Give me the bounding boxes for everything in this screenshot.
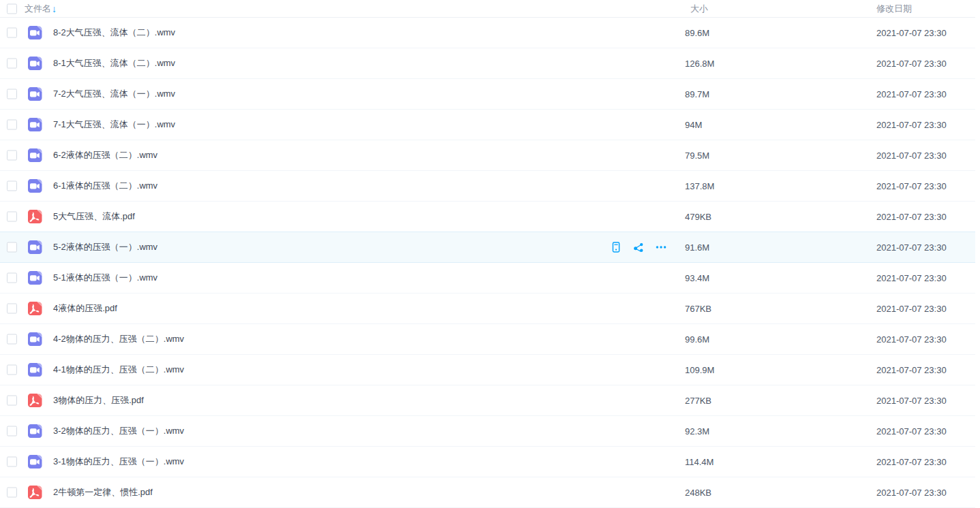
file-row[interactable]: 3物体的压力、压强.pdf 277KB 2021-07-07 23:30 [0, 385, 975, 416]
video-file-icon [27, 55, 43, 72]
row-checkbox[interactable] [7, 181, 17, 191]
file-size: 94M [685, 120, 702, 130]
file-row[interactable]: 8-1大气压强、流体（二）.wmv 126.8M 2021-07-07 23:3… [0, 48, 975, 79]
file-date: 2021-07-07 23:30 [876, 120, 947, 130]
column-header-size: 大小 [690, 3, 708, 15]
file-date: 2021-07-07 23:30 [876, 334, 947, 345]
file-date: 2021-07-07 23:30 [876, 365, 947, 375]
file-name-link[interactable]: 4-2物体的压力、压强（二）.wmv [53, 333, 184, 345]
column-header-filename[interactable]: 文件名 [25, 3, 51, 15]
file-date: 2021-07-07 23:30 [876, 181, 947, 191]
file-row[interactable]: 3-1物体的压力、压强（一）.wmv 114.4M 2021-07-07 23:… [0, 447, 975, 477]
row-checkbox[interactable] [7, 304, 17, 314]
video-file-icon [27, 423, 43, 439]
video-file-icon [27, 331, 43, 347]
row-checkbox[interactable] [7, 212, 17, 222]
file-name-link[interactable]: 4液体的压强.pdf [53, 302, 117, 315]
row-checkbox[interactable] [7, 365, 17, 375]
file-name-link[interactable]: 6-1液体的压强（二）.wmv [53, 180, 157, 192]
file-size: 277KB [685, 396, 711, 406]
video-file-icon [27, 147, 43, 163]
video-file-icon [27, 86, 43, 102]
file-name-link[interactable]: 3-1物体的压力、压强（一）.wmv [53, 456, 184, 468]
pdf-file-icon [27, 300, 43, 317]
file-name-link[interactable]: 2牛顿第一定律、惯性.pdf [53, 486, 153, 498]
video-file-icon [27, 116, 43, 133]
file-date: 2021-07-07 23:30 [876, 242, 947, 253]
file-name-link[interactable]: 5-2液体的压强（一）.wmv [53, 241, 157, 253]
file-size: 99.6M [685, 334, 709, 345]
file-date: 2021-07-07 23:30 [876, 426, 947, 436]
file-name-link[interactable]: 4-1物体的压力、压强（二）.wmv [53, 364, 184, 376]
row-checkbox[interactable] [7, 59, 17, 69]
file-row[interactable]: 7-1大气压强、流体（一）.wmv 94M 2021-07-07 23:30 [0, 110, 975, 140]
row-checkbox[interactable] [7, 488, 17, 498]
row-checkbox[interactable] [7, 120, 17, 130]
file-size: 109.9M [685, 365, 714, 375]
file-row[interactable]: 6-1液体的压强（二）.wmv 137.8M 2021-07-07 23:30 [0, 171, 975, 202]
file-size: 93.4M [685, 273, 709, 283]
file-name-link[interactable]: 5-1液体的压强（一）.wmv [53, 272, 157, 284]
file-date: 2021-07-07 23:30 [876, 28, 947, 38]
file-date: 2021-07-07 23:30 [876, 89, 947, 99]
file-name-link[interactable]: 8-1大气压强、流体（二）.wmv [53, 57, 175, 69]
file-size: 89.7M [685, 89, 709, 99]
file-size: 79.5M [685, 150, 709, 161]
file-size: 91.6M [685, 242, 709, 253]
file-date: 2021-07-07 23:30 [876, 488, 947, 498]
row-checkbox[interactable] [7, 89, 17, 99]
file-name-link[interactable]: 7-2大气压强、流体（一）.wmv [53, 88, 175, 100]
pdf-file-icon [27, 484, 43, 501]
file-name-link[interactable]: 3物体的压力、压强.pdf [53, 394, 144, 407]
file-row[interactable]: 5-1液体的压强（一）.wmv 93.4M 2021-07-07 23:30 [0, 263, 975, 293]
row-checkbox[interactable] [7, 242, 17, 253]
file-name-link[interactable]: 5大气压强、流体.pdf [53, 210, 135, 223]
file-row[interactable]: 5-2液体的压强（一）.wmv [0, 232, 975, 263]
file-row[interactable]: 4液体的压强.pdf 767KB 2021-07-07 23:30 [0, 293, 975, 324]
file-name-link[interactable]: 7-1大气压强、流体（一）.wmv [53, 118, 175, 131]
file-size: 479KB [685, 212, 711, 222]
file-row[interactable]: 4-2物体的压力、压强（二）.wmv 99.6M 2021-07-07 23:3… [0, 324, 975, 355]
file-date: 2021-07-07 23:30 [876, 212, 947, 222]
file-row[interactable]: 5大气压强、流体.pdf 479KB 2021-07-07 23:30 [0, 202, 975, 232]
save-to-device-icon[interactable] [611, 242, 622, 253]
video-file-icon [27, 270, 43, 286]
select-all-checkbox[interactable] [7, 3, 17, 14]
file-size: 89.6M [685, 28, 709, 38]
file-date: 2021-07-07 23:30 [876, 457, 947, 467]
row-checkbox[interactable] [7, 273, 17, 283]
row-checkbox[interactable] [7, 426, 17, 436]
row-checkbox[interactable] [7, 334, 17, 345]
file-row[interactable]: 2牛顿第一定律、惯性.pdf 248KB 2021-07-07 23:30 [0, 477, 975, 508]
row-checkbox[interactable] [7, 457, 17, 467]
file-row[interactable]: 4-1物体的压力、压强（二）.wmv 109.9M 2021-07-07 23:… [0, 355, 975, 385]
file-row[interactable]: 7-2大气压强、流体（一）.wmv 89.7M 2021-07-07 23:30 [0, 79, 975, 110]
video-file-icon [27, 454, 43, 470]
sort-descending-icon[interactable]: ↓ [52, 3, 57, 13]
file-date: 2021-07-07 23:30 [876, 273, 947, 283]
share-icon[interactable] [633, 242, 644, 253]
file-list: 文件名 ↓ 大小 修改日期 8-2大气压强、流体（二）.wmv 89.6M 20… [0, 0, 975, 508]
file-size: 248KB [685, 488, 711, 498]
list-header: 文件名 ↓ 大小 修改日期 [0, 0, 975, 18]
row-hover-actions [611, 242, 667, 253]
file-name-link[interactable]: 6-2液体的压强（二）.wmv [53, 149, 157, 161]
file-row[interactable]: 6-2液体的压强（二）.wmv 79.5M 2021-07-07 23:30 [0, 140, 975, 171]
column-header-date: 修改日期 [876, 3, 912, 15]
video-file-icon [27, 239, 43, 255]
row-checkbox[interactable] [7, 28, 17, 38]
file-row[interactable]: 3-2物体的压力、压强（一）.wmv 92.3M 2021-07-07 23:3… [0, 416, 975, 447]
file-row[interactable]: 8-2大气压强、流体（二）.wmv 89.6M 2021-07-07 23:30 [0, 18, 975, 48]
file-name-link[interactable]: 3-2物体的压力、压强（一）.wmv [53, 425, 184, 437]
more-actions-icon[interactable] [656, 242, 667, 253]
file-rows: 8-2大气压强、流体（二）.wmv 89.6M 2021-07-07 23:30… [0, 18, 975, 508]
pdf-file-icon [27, 208, 43, 225]
video-file-icon [27, 362, 43, 378]
file-date: 2021-07-07 23:30 [876, 304, 947, 314]
file-date: 2021-07-07 23:30 [876, 150, 947, 161]
file-size: 137.8M [685, 181, 714, 191]
row-checkbox[interactable] [7, 396, 17, 406]
file-date: 2021-07-07 23:30 [876, 59, 947, 69]
row-checkbox[interactable] [7, 150, 17, 161]
file-name-link[interactable]: 8-2大气压强、流体（二）.wmv [53, 27, 175, 39]
